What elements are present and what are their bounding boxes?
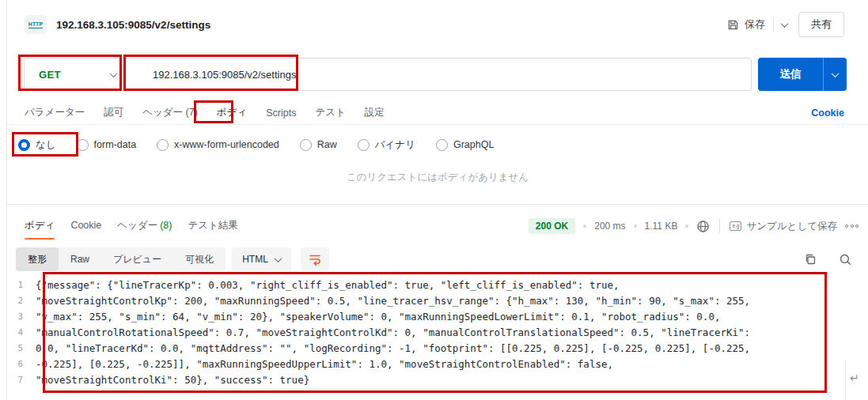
radio-icon [436,139,448,151]
separator-dot [583,225,586,228]
body-type-label: バイナリ [375,138,415,152]
wrap-lines-icon [308,252,322,266]
view-mode-visualize[interactable]: 可視化 [173,247,226,271]
wrap-lines-button[interactable] [301,247,329,271]
code-text: "manualControlRotationalSpeed": 0.7, "mo… [36,325,750,341]
body-type-label: GraphQL [453,139,494,150]
response-size: 1.11 KB [645,221,678,232]
floppy-disk-icon [727,19,739,31]
view-mode-segment: 整形 Raw プレビュー 可視化 [16,247,226,271]
separator-dot [685,225,688,228]
response-status-group: 200 OK 200 ms 1.11 KB e.g サンプルとして保存 [529,218,859,234]
more-options-icon[interactable] [845,225,859,228]
response-tab-test-results[interactable]: テスト結果 [188,219,237,234]
body-type-raw[interactable]: Raw [300,139,337,151]
tab-authorization[interactable]: 認可 [104,106,123,119]
body-type-graphql[interactable]: GraphQL [436,139,494,151]
line-number: 3 [7,309,36,325]
line-number: 1 [7,277,36,293]
response-pane-divider [7,204,868,205]
response-tab-headers-label: ヘッダー [117,220,157,231]
radio-icon [358,139,370,151]
save-as-sample-button[interactable]: e.g サンプルとして保存 [730,220,837,233]
format-dropdown[interactable]: HTML [232,247,291,271]
tab-body[interactable]: ボディ [217,106,247,119]
body-type-label: なし [36,138,56,152]
response-header: ボディ Cookie ヘッダー(8) テスト結果 200 OK 200 ms 1… [25,214,859,238]
line-number: 2 [7,293,36,309]
view-mode-raw[interactable]: Raw [59,247,101,271]
search-icon[interactable] [839,253,852,266]
tab-headers[interactable]: ヘッダー (7) [142,106,198,119]
code-line: 3"v_max": 255, "s_min": 64, "v_min": 20}… [7,309,861,325]
copy-icon[interactable] [804,253,817,266]
response-time: 200 ms [594,221,625,232]
body-type-binary[interactable]: バイナリ [358,138,415,152]
tab-scripts[interactable]: Scripts [266,108,296,119]
body-type-urlencoded[interactable]: x-www-form-urlencoded [157,139,279,151]
code-line: 50.0, "lineTracerKd": 0.0, "mqttAddress"… [7,341,861,357]
status-divider [719,219,720,233]
network-globe-icon[interactable] [696,220,710,233]
status-badge: 200 OK [529,218,575,234]
code-line: 6-0.225], [0.225, -0.225]], "maxRunningS… [7,357,861,372]
radio-selected-icon [18,139,30,151]
body-type-label: form-data [94,139,137,150]
code-line: 4"manualControlRotationalSpeed": 0.7, "m… [7,325,861,341]
save-options-chevron-icon[interactable] [781,20,789,28]
scrollbar-divider [845,360,846,400]
code-text: {"message": {"lineTracerKp": 0.003, "rig… [36,277,620,293]
http-request-icon: HTTP [25,15,47,34]
tab-params[interactable]: パラメーター [25,106,85,119]
format-dropdown-value: HTML [242,254,268,265]
response-tab-headers[interactable]: ヘッダー(8) [117,219,172,234]
request-tabs-border [7,124,868,125]
save-as-sample-label: サンプルとして保存 [746,220,837,233]
cookies-link[interactable]: Cookie [811,108,844,119]
response-toolbar: 整形 Raw プレビュー 可視化 HTML [16,247,852,271]
line-number: 4 [7,325,36,341]
body-type-options: なし form-data x-www-form-urlencoded Raw バ… [18,134,494,155]
tab-settings[interactable]: 設定 [365,106,385,119]
headers-count-badge: (8) [160,220,172,231]
share-button[interactable]: 共有 [798,12,844,37]
code-line: 7"moveStraightControlKi": 50}, "success"… [7,372,861,388]
url-input[interactable]: 192.168.3.105:9085/v2/settings [153,69,296,81]
body-type-form-data[interactable]: form-data [77,139,137,151]
save-button[interactable]: 保存 [727,17,765,32]
toolbar-right-icons [804,253,852,266]
code-line: 2"moveStraightControlKp": 200, "maxRunni… [7,293,861,309]
save-divider [773,17,774,32]
method-dropdown[interactable]: GET [25,69,129,81]
send-button[interactable]: 送信 [758,58,823,91]
code-text: "moveStraightControlKi": 50}, "success":… [36,372,309,388]
send-chevron-icon [832,70,840,77]
http-badge-label: HTTP [28,21,43,28]
example-icon: e.g [730,221,741,231]
send-options-button[interactable] [823,58,847,91]
body-type-label: x-www-form-urlencoded [174,139,279,150]
method-chevron-icon [110,70,118,77]
line-number: 7 [7,372,36,388]
code-text: 0.0, "lineTracerKd": 0.0, "mqttAddress":… [36,341,750,357]
code-text: -0.225], [0.225, -0.225]], "maxRunningSp… [36,357,613,372]
request-title-bar: HTTP 192.168.3.105:9085/v2/settings 保存 共… [7,0,868,49]
response-tab-cookies[interactable]: Cookie [70,220,101,232]
tab-tests[interactable]: テスト [315,106,345,119]
format-chevron-icon [274,255,282,262]
body-type-label: Raw [317,139,337,150]
body-type-none[interactable]: なし [18,138,56,152]
method-label: GET [39,69,61,81]
radio-icon [77,139,89,151]
code-text: "moveStraightControlKp": 200, "maxRunnin… [36,293,750,309]
code-line: 1{"message": {"lineTracerKp": 0.003, "ri… [7,277,861,293]
return-key-hint: ↵ [850,372,859,384]
response-tab-body[interactable]: ボディ [25,219,55,234]
empty-body-message: このリクエストにはボディがありません [7,171,868,184]
view-mode-pretty[interactable]: 整形 [16,247,59,271]
request-url-row: GET 192.168.3.105:9085/v2/settings 送信 [24,58,847,91]
send-button-group: 送信 [758,58,847,91]
url-container: GET 192.168.3.105:9085/v2/settings [24,58,752,91]
app-window: HTTP 192.168.3.105:9085/v2/settings 保存 共… [0,0,868,400]
view-mode-preview[interactable]: プレビュー [101,247,173,271]
